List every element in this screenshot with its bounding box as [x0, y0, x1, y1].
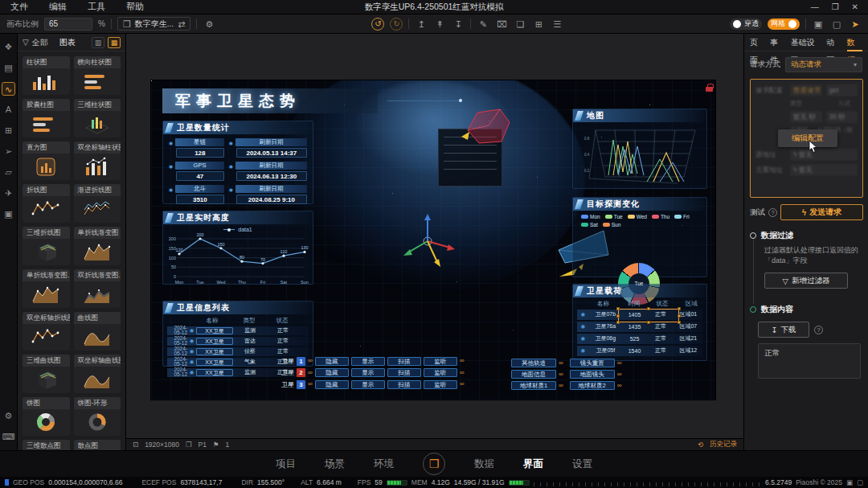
- nav-0[interactable]: 项目: [276, 457, 296, 471]
- screen-icon[interactable]: ▢: [830, 18, 843, 31]
- request-mode-select[interactable]: 动态请求 ▾: [785, 57, 862, 72]
- component-tool-icon[interactable]: ❖: [2, 40, 15, 54]
- nav-4[interactable]: 界面: [523, 457, 543, 471]
- filter-label[interactable]: 全部: [32, 37, 48, 48]
- chart-card[interactable]: 双坐标轴曲线图: [74, 355, 121, 393]
- chart-card[interactable]: 散点图: [74, 440, 121, 450]
- filter-icon[interactable]: ▽: [23, 38, 29, 47]
- sat-隐藏-button[interactable]: 隐藏: [315, 357, 349, 366]
- chart-card[interactable]: 渐进折线图: [74, 184, 121, 223]
- help-icon[interactable]: ?: [814, 326, 823, 334]
- chart-card[interactable]: 双坐标轴柱状图: [74, 141, 121, 180]
- select-tool-icon[interactable]: ➢: [2, 145, 15, 158]
- sat-监听-button[interactable]: 监听: [424, 368, 457, 377]
- menu-item-2[interactable]: 工具: [77, 1, 116, 13]
- grid-view-button[interactable]: ▦: [108, 37, 121, 48]
- list-view-button[interactable]: ▥: [92, 37, 104, 48]
- element-address-field[interactable]: ϟ 暂无: [790, 164, 858, 176]
- sat-监听-button[interactable]: 监听: [424, 380, 457, 389]
- sat-扫描-button[interactable]: 扫描: [387, 357, 421, 366]
- chart-card[interactable]: 柱状图: [23, 56, 70, 95]
- tab-3[interactable]: 动画: [826, 34, 841, 51]
- menu-item-1[interactable]: 编辑: [39, 1, 77, 13]
- canvas-scale-input[interactable]: [44, 18, 92, 31]
- panel-map[interactable]: 地图 0.8 0.4 0.2: [572, 109, 707, 189]
- sat-显示-button[interactable]: 显示: [351, 368, 385, 377]
- chart-card[interactable]: 单折线渐变图: [74, 227, 121, 265]
- plane-tool-icon[interactable]: ✈: [2, 187, 15, 200]
- sat-显示-button[interactable]: 显示: [351, 380, 385, 389]
- menu-item-3[interactable]: 帮助: [116, 1, 154, 13]
- table-tool-icon[interactable]: ⊞: [2, 124, 15, 137]
- nav-5[interactable]: 设置: [572, 457, 592, 471]
- sat-监听-button[interactable]: 监听: [424, 357, 457, 366]
- request-config-box[interactable]: 请求配置 普通请求 get 类型 方式 暂无 秒 30 秒 元素时间 全局时间（…: [750, 79, 863, 198]
- tab-charts[interactable]: 图表: [59, 37, 76, 48]
- export-icon[interactable]: ↟: [433, 18, 446, 31]
- panel-satellite-payload[interactable]: 卫星载荷 名称 时间 状态 区域 ◉ 卫星07b 1405 正常 区域01 ◉ …: [572, 284, 707, 361]
- history-button[interactable]: 历史记录: [710, 440, 737, 449]
- align-icon[interactable]: ☰: [551, 18, 563, 31]
- scene-button[interactable]: 地面信息: [511, 370, 556, 379]
- chart-card[interactable]: 三维折线图: [23, 227, 70, 265]
- edit-config-button[interactable]: 编辑配置: [778, 129, 837, 147]
- tab-2[interactable]: 基础设置: [791, 34, 822, 51]
- sat-隐藏-button[interactable]: 隐藏: [315, 368, 349, 377]
- passthrough-toggle[interactable]: 穿透: [730, 18, 762, 30]
- nav-1[interactable]: 场景: [325, 457, 345, 471]
- chart-card[interactable]: 双折线渐变图...: [74, 269, 121, 308]
- chart-card[interactable]: 三维散点图: [23, 440, 70, 450]
- nav-3[interactable]: 数据: [474, 457, 494, 471]
- chart-card[interactable]: 饼图-环形: [74, 397, 121, 436]
- panel-satellite-stats[interactable]: 卫星数量统计 ◉星链 128 ◉刷新日期 2024.05.13 14:37 ◉G…: [162, 121, 313, 204]
- monitor-tool-icon[interactable]: ▣: [2, 207, 15, 221]
- method-field[interactable]: get: [826, 84, 858, 96]
- marquee-icon[interactable]: ❏: [514, 18, 526, 31]
- text-tool-icon[interactable]: A: [2, 103, 15, 117]
- chart-card[interactable]: 三维曲线图: [23, 355, 70, 393]
- redo-button[interactable]: ↻: [390, 18, 403, 31]
- source-address-field[interactable]: ϟ 暂无: [790, 149, 858, 161]
- canvas-area[interactable]: 军事卫星态势 卫星数量统计 ◉星链 128 ◉刷新日期 2024.05.13 1…: [126, 34, 743, 450]
- sat-扫描-button[interactable]: 扫描: [387, 368, 421, 377]
- menu-item-0[interactable]: 文件: [0, 1, 39, 13]
- sat-扫描-button[interactable]: 扫描: [387, 380, 421, 389]
- project-selector[interactable]: ❒ 数字孪生... ⇄: [117, 17, 190, 31]
- scene-button[interactable]: 地球材质1: [511, 381, 556, 390]
- help-icon[interactable]: ?: [768, 208, 777, 217]
- request-type-field[interactable]: 普通请求: [790, 84, 822, 96]
- layers-tool-icon[interactable]: ▤: [2, 61, 15, 75]
- chart-card[interactable]: 折线图: [23, 184, 70, 223]
- sat-显示-button[interactable]: 显示: [351, 357, 385, 366]
- scene-button[interactable]: 镜头重置: [570, 359, 615, 367]
- chart-card[interactable]: 曲线图: [74, 312, 121, 351]
- download-button[interactable]: ↧ 下载: [758, 322, 809, 338]
- brush-icon[interactable]: ✎: [477, 18, 489, 31]
- chart-card[interactable]: 横向柱状图: [74, 56, 121, 95]
- chart-card[interactable]: 直方图: [23, 141, 70, 180]
- chart-card[interactable]: 双坐标轴折线图: [23, 312, 70, 351]
- chart-card[interactable]: 单折线渐变图...: [23, 269, 70, 308]
- tab-0[interactable]: 页面: [750, 34, 765, 51]
- close-button[interactable]: ✕: [852, 2, 858, 11]
- save-icon[interactable]: ▣: [812, 18, 825, 31]
- chart-card[interactable]: 胶囊柱图: [23, 99, 70, 137]
- page-label[interactable]: P1: [199, 441, 207, 449]
- scene-button[interactable]: 地面镜头: [570, 370, 615, 379]
- grid-toggle[interactable]: 网格: [768, 18, 800, 30]
- download-icon[interactable]: ↧: [452, 18, 465, 31]
- chart-card[interactable]: 饼图: [23, 397, 70, 436]
- settings-icon[interactable]: ⚙: [203, 18, 215, 31]
- publish-icon[interactable]: ➤: [849, 18, 862, 31]
- maximize-button[interactable]: ❐: [832, 2, 839, 11]
- keyboard-tool-icon[interactable]: ⌨: [2, 430, 15, 444]
- global-interval-field[interactable]: 30 秒: [826, 111, 858, 123]
- element-interval-field[interactable]: 暂无 秒: [790, 111, 822, 123]
- delete-icon[interactable]: ⌧: [495, 18, 508, 31]
- panel-satellite-altitude[interactable]: 卫星实时高度 data1 050100150200MonTueWedThuFri…: [162, 211, 313, 285]
- scene-button[interactable]: 地球材质2: [570, 381, 615, 390]
- send-request-button[interactable]: ϟ 发送请求: [780, 204, 863, 220]
- media-tool-icon[interactable]: ▱: [2, 166, 15, 179]
- panel-target-detection[interactable]: 目标探测变化 MonTueWedThuFriSatSun Tue: [572, 197, 707, 277]
- settings-tool-icon[interactable]: ⚙: [2, 409, 15, 423]
